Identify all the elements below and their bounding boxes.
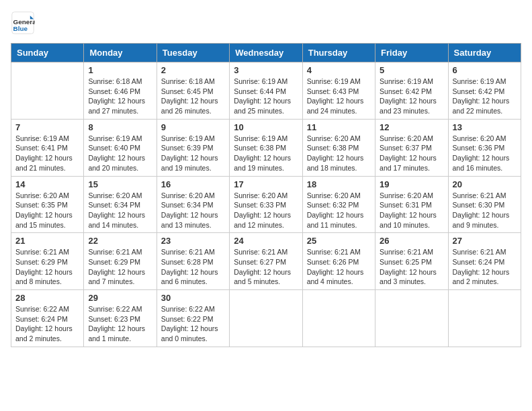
day-info: Sunrise: 6:21 AMSunset: 6:25 PMDaylight:…: [380, 247, 443, 287]
day-number: 20: [453, 179, 517, 189]
day-info: Sunrise: 6:22 AMSunset: 6:22 PMDaylight:…: [161, 304, 225, 344]
day-info: Sunrise: 6:20 AMSunset: 6:36 PMDaylight:…: [453, 134, 517, 173]
weekday-header: Wednesday: [230, 44, 302, 62]
day-number: 29: [88, 293, 152, 303]
svg-text:Blue: Blue: [13, 25, 28, 32]
day-number: 18: [307, 179, 371, 189]
day-info: Sunrise: 6:19 AMSunset: 6:43 PMDaylight:…: [307, 77, 371, 116]
day-number: 15: [88, 179, 152, 189]
calendar-cell: 8Sunrise: 6:19 AMSunset: 6:40 PMDaylight…: [84, 119, 157, 176]
day-number: 5: [380, 65, 443, 75]
day-number: 11: [307, 122, 371, 132]
calendar-cell: 21Sunrise: 6:21 AMSunset: 6:29 PMDayligh…: [11, 233, 84, 290]
day-info: Sunrise: 6:20 AMSunset: 6:38 PMDaylight:…: [307, 134, 371, 173]
weekday-header: Sunday: [11, 44, 84, 62]
day-info: Sunrise: 6:19 AMSunset: 6:42 PMDaylight:…: [380, 77, 443, 116]
logo-icon: General Blue: [11, 11, 35, 35]
calendar-cell: 18Sunrise: 6:20 AMSunset: 6:32 PMDayligh…: [302, 176, 375, 233]
calendar-cell: 5Sunrise: 6:19 AMSunset: 6:42 PMDaylight…: [375, 62, 448, 120]
day-info: Sunrise: 6:19 AMSunset: 6:44 PMDaylight:…: [234, 77, 298, 116]
calendar-table: SundayMondayTuesdayWednesdayThursdayFrid…: [11, 43, 521, 347]
weekday-header: Saturday: [448, 44, 521, 62]
day-info: Sunrise: 6:20 AMSunset: 6:32 PMDaylight:…: [307, 191, 371, 230]
day-info: Sunrise: 6:20 AMSunset: 6:34 PMDaylight:…: [161, 191, 225, 230]
day-number: 23: [161, 236, 225, 246]
calendar-cell: 17Sunrise: 6:20 AMSunset: 6:33 PMDayligh…: [230, 176, 302, 233]
calendar-cell: 14Sunrise: 6:20 AMSunset: 6:35 PMDayligh…: [11, 176, 84, 233]
day-number: 14: [15, 179, 79, 189]
calendar-cell: 19Sunrise: 6:20 AMSunset: 6:31 PMDayligh…: [375, 176, 448, 233]
day-info: Sunrise: 6:20 AMSunset: 6:34 PMDaylight:…: [88, 191, 152, 230]
weekday-header: Monday: [84, 44, 157, 62]
day-number: 30: [161, 293, 225, 303]
calendar-cell: 20Sunrise: 6:21 AMSunset: 6:30 PMDayligh…: [448, 176, 521, 233]
day-info: Sunrise: 6:21 AMSunset: 6:26 PMDaylight:…: [307, 247, 371, 287]
day-number: 17: [234, 179, 298, 189]
day-number: 24: [234, 236, 298, 246]
day-info: Sunrise: 6:22 AMSunset: 6:23 PMDaylight:…: [88, 304, 152, 344]
day-info: Sunrise: 6:19 AMSunset: 6:39 PMDaylight:…: [161, 134, 225, 173]
calendar-week-row: 1Sunrise: 6:18 AMSunset: 6:46 PMDaylight…: [11, 62, 521, 120]
day-number: 4: [307, 65, 371, 75]
day-number: 22: [88, 236, 152, 246]
day-number: 7: [15, 122, 79, 132]
calendar-cell: 1Sunrise: 6:18 AMSunset: 6:46 PMDaylight…: [84, 62, 157, 120]
day-info: Sunrise: 6:19 AMSunset: 6:40 PMDaylight:…: [88, 134, 152, 173]
calendar-cell: 2Sunrise: 6:18 AMSunset: 6:45 PMDaylight…: [157, 62, 229, 120]
day-info: Sunrise: 6:20 AMSunset: 6:31 PMDaylight:…: [380, 191, 443, 230]
calendar-cell: 7Sunrise: 6:19 AMSunset: 6:41 PMDaylight…: [11, 119, 84, 176]
day-info: Sunrise: 6:21 AMSunset: 6:24 PMDaylight:…: [453, 247, 517, 287]
weekday-header: Friday: [375, 44, 448, 62]
calendar-cell: 30Sunrise: 6:22 AMSunset: 6:22 PMDayligh…: [157, 290, 229, 347]
day-info: Sunrise: 6:19 AMSunset: 6:42 PMDaylight:…: [453, 77, 517, 116]
calendar-week-row: 7Sunrise: 6:19 AMSunset: 6:41 PMDaylight…: [11, 119, 521, 176]
day-number: 2: [161, 65, 225, 75]
calendar-cell: 28Sunrise: 6:22 AMSunset: 6:24 PMDayligh…: [11, 290, 84, 347]
calendar-cell: 29Sunrise: 6:22 AMSunset: 6:23 PMDayligh…: [84, 290, 157, 347]
day-number: 21: [15, 236, 79, 246]
day-number: 19: [380, 179, 443, 189]
calendar-cell: 4Sunrise: 6:19 AMSunset: 6:43 PMDaylight…: [302, 62, 375, 120]
calendar-week-row: 28Sunrise: 6:22 AMSunset: 6:24 PMDayligh…: [11, 290, 521, 347]
day-number: 1: [88, 65, 152, 75]
day-number: 28: [15, 293, 79, 303]
day-number: 8: [88, 122, 152, 132]
day-info: Sunrise: 6:20 AMSunset: 6:35 PMDaylight:…: [15, 191, 79, 230]
calendar-cell: 3Sunrise: 6:19 AMSunset: 6:44 PMDaylight…: [230, 62, 302, 120]
calendar-cell: 26Sunrise: 6:21 AMSunset: 6:25 PMDayligh…: [375, 233, 448, 290]
day-number: 13: [453, 122, 517, 132]
calendar-cell: 13Sunrise: 6:20 AMSunset: 6:36 PMDayligh…: [448, 119, 521, 176]
day-number: 26: [380, 236, 443, 246]
calendar-cell: [448, 290, 521, 347]
day-number: 25: [307, 236, 371, 246]
calendar-cell: 16Sunrise: 6:20 AMSunset: 6:34 PMDayligh…: [157, 176, 229, 233]
day-number: 6: [453, 65, 517, 75]
weekday-header: Tuesday: [157, 44, 229, 62]
calendar-header-row: SundayMondayTuesdayWednesdayThursdayFrid…: [11, 44, 521, 62]
calendar-cell: [11, 62, 84, 120]
calendar-cell: 12Sunrise: 6:20 AMSunset: 6:37 PMDayligh…: [375, 119, 448, 176]
calendar-cell: [375, 290, 448, 347]
calendar-cell: 11Sunrise: 6:20 AMSunset: 6:38 PMDayligh…: [302, 119, 375, 176]
calendar-cell: 10Sunrise: 6:19 AMSunset: 6:38 PMDayligh…: [230, 119, 302, 176]
day-number: 9: [161, 122, 225, 132]
calendar-cell: [302, 290, 375, 347]
calendar-cell: 27Sunrise: 6:21 AMSunset: 6:24 PMDayligh…: [448, 233, 521, 290]
day-info: Sunrise: 6:22 AMSunset: 6:24 PMDaylight:…: [15, 304, 79, 344]
day-info: Sunrise: 6:20 AMSunset: 6:33 PMDaylight:…: [234, 191, 298, 230]
day-info: Sunrise: 6:18 AMSunset: 6:46 PMDaylight:…: [88, 77, 152, 116]
weekday-header: Thursday: [302, 44, 375, 62]
calendar-cell: 25Sunrise: 6:21 AMSunset: 6:26 PMDayligh…: [302, 233, 375, 290]
calendar-week-row: 14Sunrise: 6:20 AMSunset: 6:35 PMDayligh…: [11, 176, 521, 233]
day-info: Sunrise: 6:21 AMSunset: 6:27 PMDaylight:…: [234, 247, 298, 287]
day-info: Sunrise: 6:18 AMSunset: 6:45 PMDaylight:…: [161, 77, 225, 116]
day-number: 16: [161, 179, 225, 189]
calendar-cell: 23Sunrise: 6:21 AMSunset: 6:28 PMDayligh…: [157, 233, 229, 290]
calendar-cell: 24Sunrise: 6:21 AMSunset: 6:27 PMDayligh…: [230, 233, 302, 290]
page-header: General Blue: [11, 11, 521, 35]
calendar-week-row: 21Sunrise: 6:21 AMSunset: 6:29 PMDayligh…: [11, 233, 521, 290]
day-number: 3: [234, 65, 298, 75]
logo: General Blue: [11, 11, 39, 35]
day-number: 10: [234, 122, 298, 132]
calendar-cell: 15Sunrise: 6:20 AMSunset: 6:34 PMDayligh…: [84, 176, 157, 233]
